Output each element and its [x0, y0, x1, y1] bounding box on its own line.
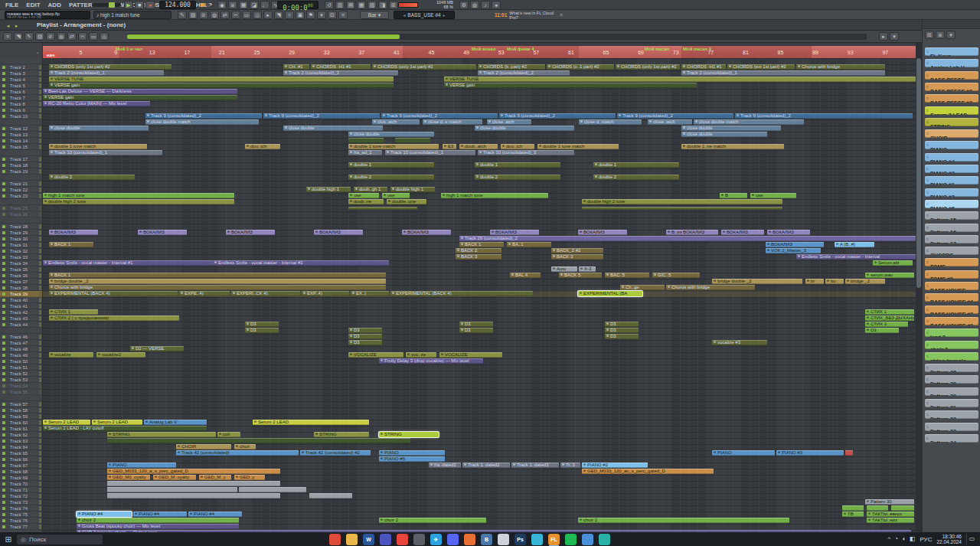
track-header-track-43[interactable]: Track 43 — [0, 316, 43, 322]
clip[interactable]: GIC..5 — [652, 273, 700, 278]
track-led[interactable] — [2, 360, 5, 363]
clip[interactable]: choir 2 — [578, 518, 789, 523]
clip[interactable]: Track 9 (consolidated)_2 — [263, 113, 380, 119]
clip[interactable]: clos..atch — [372, 119, 420, 125]
playback-tool-icon[interactable]: ▸ — [263, 11, 273, 19]
clip[interactable] — [395, 138, 430, 143]
clip[interactable]: Fruity Delay 3 (drop vocalize) — Mix lev… — [379, 358, 483, 364]
track-led[interactable] — [2, 409, 5, 412]
clip[interactable]: Track 1..dated2 — [462, 463, 510, 468]
clip[interactable]: serum.wav — [865, 273, 914, 278]
clip[interactable]: Track 42 (consolidated) — [176, 450, 299, 456]
playlist-menu-icon[interactable]: ≡ — [3, 32, 12, 41]
clip[interactable]: CHORDS -H1 #1 — [681, 64, 726, 70]
pattern-prev-icon[interactable]: ◄ — [403, 13, 407, 18]
clip[interactable]: double 1 — [348, 162, 434, 168]
settings-icon[interactable] — [413, 534, 425, 545]
clip[interactable]: PIANO — [107, 463, 176, 468]
pattern-item-pattern-31[interactable]: ≡Pattern 31 — [925, 399, 978, 407]
clip[interactable]: CHORDS (only 1st part) #2 — [616, 64, 680, 70]
track-led[interactable] — [2, 164, 5, 167]
track-header-track-38[interactable]: Track 38 — [0, 285, 43, 291]
onedrive-icon[interactable]: ◔ — [894, 532, 898, 546]
track-led[interactable] — [2, 525, 5, 528]
track-led[interactable] — [2, 476, 5, 479]
clip[interactable]: bo — [825, 279, 844, 284]
clip[interactable]: Serum 2 LEAD — [43, 420, 90, 425]
clip[interactable]: BAL 4 — [510, 273, 541, 278]
clip[interactable]: Track 9 (consolidated)_2 — [381, 113, 498, 119]
track-header-track-72[interactable]: Track 72 — [0, 493, 43, 499]
pattern-item-lead-2[interactable]: ≡lead 2 — [925, 329, 978, 337]
pattern-item-bass-reese-2[interactable]: ≡BASS REESE #2 — [925, 94, 978, 103]
notepad-icon[interactable] — [498, 534, 509, 545]
track-header-track-41[interactable]: Track 41 — [0, 303, 43, 309]
clip[interactable]: choir — [234, 444, 256, 450]
song-mode-icon[interactable]: ≣ — [228, 1, 237, 9]
track-led[interactable] — [2, 507, 5, 510]
clip[interactable]: close d..e match — [423, 119, 482, 125]
track-led[interactable] — [2, 231, 5, 234]
clip[interactable]: PIANO #3 — [776, 450, 844, 456]
picker-options-icon[interactable]: ▾ — [946, 31, 956, 39]
clip[interactable]: Track 10 (consolidated)_1 — [49, 150, 162, 155]
stop-button[interactable]: ■ — [135, 1, 144, 9]
volume-thumb[interactable] — [109, 2, 115, 8]
clip[interactable]: Track 1..dated3 — [511, 463, 559, 468]
taskbar-search-input[interactable]: ◎ Поиск — [17, 535, 103, 544]
playlist-grid[interactable]: CHORDS (only 1st part) #2CH..#1CHORDS -H… — [43, 58, 916, 532]
pat-song-switch[interactable] — [201, 3, 210, 7]
track-header-empty[interactable] — [0, 150, 43, 156]
pl-slip-icon[interactable]: ⇄ — [67, 32, 77, 41]
track-led[interactable] — [2, 348, 5, 351]
grid-color-icon[interactable]: ▣ — [296, 11, 305, 19]
track-led[interactable] — [2, 72, 5, 75]
horizontal-scrollbar[interactable] — [127, 34, 867, 40]
zoom-tool-icon[interactable]: ◎ — [253, 11, 262, 19]
track-header-track-9[interactable]: Track 9 — [0, 107, 43, 113]
clip[interactable]: use — [382, 193, 410, 198]
clip[interactable]: EX..) — [351, 291, 389, 296]
track-led[interactable] — [2, 501, 5, 504]
clip[interactable] — [891, 505, 914, 511]
track-header-track-32[interactable]: Track 32 — [0, 248, 43, 254]
track-led[interactable] — [2, 207, 5, 210]
clip[interactable] — [107, 487, 237, 492]
clip[interactable]: close double — [348, 132, 434, 137]
pattern-item-serum-2-lead[interactable]: ≡Serum 2 LEAD — [925, 106, 978, 115]
pattern-item-string-tremolo[interactable]: ≡string tremolo — [925, 352, 978, 361]
track-header-track-36[interactable]: Track 36 — [0, 273, 43, 279]
track-led[interactable] — [2, 213, 5, 216]
track-header-track-33[interactable]: Track 33 — [0, 254, 43, 260]
clip[interactable]: BACK 3 — [551, 254, 603, 260]
clip[interactable] — [107, 493, 280, 499]
track-header-empty[interactable] — [0, 395, 43, 401]
clip[interactable]: Track 2 (consolidated)_1 — [49, 70, 164, 76]
pattern-item-chords[interactable]: ≡CHORDS — [925, 247, 978, 255]
pattern-item-piano-1[interactable]: ≡PIANO #1 — [925, 176, 978, 185]
clip[interactable]: GED_M033_120_a_s_perc_gated_D — [107, 469, 280, 474]
mixer-icon[interactable]: ▥ — [335, 1, 345, 9]
clip[interactable]: double 1..ne match — [681, 144, 784, 149]
timeline-ruler[interactable]: ⌄ нач 5913172125293337414549535761656973… — [0, 43, 980, 58]
clip[interactable]: Track 42 (consolidated) #2 — [300, 450, 371, 456]
clip[interactable]: BACK 3 — [456, 254, 501, 260]
clip[interactable]: double high 2 tune — [43, 199, 234, 204]
photoshop-icon[interactable]: Ps — [514, 534, 526, 545]
track-led[interactable] — [2, 96, 5, 100]
tools-menu-icon[interactable]: ⚙ — [459, 1, 469, 9]
clip[interactable]: CHORDS (c..1 part) #2 — [547, 64, 614, 70]
clip[interactable] — [348, 138, 384, 143]
pattern-mode-led[interactable] — [201, 3, 204, 7]
clip[interactable]: B — [720, 193, 747, 198]
snap-selector[interactable]: Bar ▾ — [360, 11, 389, 19]
track-led[interactable] — [2, 311, 5, 314]
track-header-track-69[interactable]: Track 69 — [0, 475, 43, 481]
close-icon[interactable]: ✕ — [559, 12, 564, 18]
clip[interactable]: close double match — [694, 119, 804, 125]
clip[interactable]: СТИХ 1 — [49, 309, 98, 315]
track-header-track-14[interactable]: Track 14 — [0, 138, 43, 144]
clip[interactable]: PIANO #2 — [582, 463, 648, 468]
clip[interactable]: GED..y — [234, 475, 265, 480]
track-led[interactable] — [2, 127, 5, 130]
